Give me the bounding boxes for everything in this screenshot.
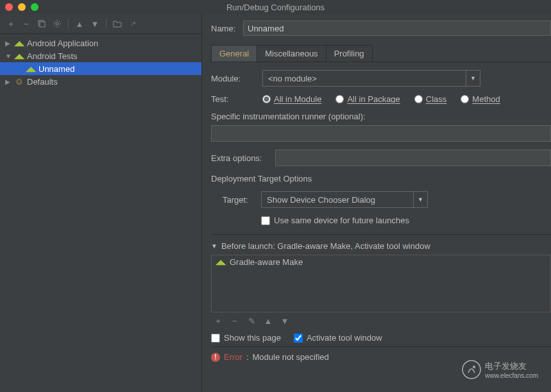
name-input[interactable] <box>243 21 551 36</box>
title-bar: Run/Debug Configurations <box>0 0 551 14</box>
move-down-button[interactable]: ▼ <box>89 18 101 30</box>
target-value: Show Device Chooser Dialog <box>267 195 375 205</box>
edit-task-button[interactable]: ✎ <box>246 315 257 327</box>
config-toolbar: + − ▲ ▼ ↓ª <box>0 14 201 34</box>
expand-icon: ▶ <box>5 40 14 47</box>
remove-task-button[interactable]: − <box>229 315 241 327</box>
before-launch-label: Before launch: Gradle-aware Make, Activa… <box>221 241 430 251</box>
tree-item-android-app[interactable]: ▶ ◢◣ Android Application <box>0 37 201 49</box>
show-page-checkbox[interactable]: Show this page <box>211 333 281 343</box>
sort-button[interactable]: ↓ª <box>127 18 139 30</box>
sidebar: + − ▲ ▼ ↓ª ▶ ◢◣ Android Application ▼ ◢◣… <box>0 14 202 392</box>
extra-label: Extra options: <box>211 153 275 163</box>
tree-item-android-tests[interactable]: ▼ ◢◣ Android Tests <box>0 49 201 62</box>
svg-point-2 <box>56 22 58 25</box>
move-up-button[interactable]: ▲ <box>262 315 274 327</box>
error-label: Error <box>224 352 242 362</box>
tree-label: Unnamed <box>38 64 74 74</box>
android-icon: ◢◣ <box>26 64 36 74</box>
watermark-text: 电子发烧友 <box>485 361 538 372</box>
detail-panel: Name: General Miscellaneous Profiling Mo… <box>202 14 551 392</box>
collapse-icon: ▼ <box>211 243 217 250</box>
tree-item-unnamed[interactable]: ◢◣ Unnamed <box>0 62 201 75</box>
tree-label: Android Tests <box>27 51 78 61</box>
svg-point-3 <box>462 361 480 379</box>
add-config-button[interactable]: + <box>5 18 17 30</box>
chevron-down-icon: ▼ <box>413 192 427 207</box>
before-launch-header[interactable]: ▼ Before launch: Gradle-aware Make, Acti… <box>211 241 551 251</box>
tab-general[interactable]: General <box>211 45 257 62</box>
deploy-title: Deployment Target Options <box>211 174 551 183</box>
list-item-label: Gradle-aware Make <box>230 257 303 267</box>
radio-all-package[interactable]: All in Package <box>335 94 400 104</box>
folder-button[interactable] <box>112 18 123 30</box>
svg-point-4 <box>473 366 475 368</box>
watermark: 电子发烧友 www.elecfans.com <box>462 360 538 379</box>
tab-miscellaneous[interactable]: Miscellaneous <box>257 45 326 62</box>
runner-label: Specific instrumentation runner (optiona… <box>211 112 551 121</box>
tree-item-defaults[interactable]: ▶ ⚙ Defaults <box>0 75 201 88</box>
move-down-button[interactable]: ▼ <box>279 315 291 327</box>
before-launch-list: ◢◣ Gradle-aware Make <box>211 255 551 312</box>
activate-window-checkbox[interactable]: Activate tool window <box>294 333 382 343</box>
module-value: <no module> <box>268 74 317 83</box>
error-icon: ! <box>211 353 220 362</box>
config-tree: ▶ ◢◣ Android Application ▼ ◢◣ Android Te… <box>0 34 201 392</box>
svg-rect-1 <box>40 22 45 27</box>
radio-class[interactable]: Class <box>414 94 447 104</box>
android-icon: ◢◣ <box>14 38 24 48</box>
tree-label: Android Application <box>27 38 98 48</box>
module-combo[interactable]: <no module> ▼ <box>262 70 480 87</box>
android-icon: ◢◣ <box>14 51 24 61</box>
activate-label: Activate tool window <box>307 333 382 343</box>
window-title: Run/Debug Configurations <box>0 3 551 12</box>
tab-profiling[interactable]: Profiling <box>326 45 373 62</box>
settings-button[interactable] <box>51 18 63 30</box>
test-label: Test: <box>211 94 262 104</box>
chevron-down-icon: ▼ <box>466 71 480 86</box>
module-label: Module: <box>211 74 262 83</box>
copy-config-button[interactable] <box>36 18 47 30</box>
same-device-label: Use same device for future launches <box>274 216 409 225</box>
tree-label: Defaults <box>27 77 58 87</box>
move-up-button[interactable]: ▲ <box>74 18 85 30</box>
target-label: Target: <box>223 195 261 205</box>
name-label: Name: <box>211 24 243 33</box>
before-launch-toolbar: + − ✎ ▲ ▼ <box>211 312 551 329</box>
show-page-label: Show this page <box>224 333 281 343</box>
list-item[interactable]: ◢◣ Gradle-aware Make <box>212 255 550 269</box>
runner-input[interactable] <box>211 125 551 142</box>
watermark-url: www.elecfans.com <box>485 372 538 379</box>
same-device-checkbox[interactable]: Use same device for future launches <box>261 216 551 225</box>
remove-config-button[interactable]: − <box>21 18 32 30</box>
radio-method[interactable]: Method <box>461 94 500 104</box>
test-scope-group: All in Module All in Package Class Metho… <box>262 94 500 104</box>
tab-bar: General Miscellaneous Profiling <box>211 45 551 62</box>
gradle-icon: ◢◣ <box>216 258 226 266</box>
error-message: Module not specified <box>253 352 329 362</box>
gear-icon: ⚙ <box>14 76 24 87</box>
radio-all-module[interactable]: All in Module <box>262 94 321 104</box>
add-task-button[interactable]: + <box>212 315 224 327</box>
expand-icon: ▶ <box>5 78 14 85</box>
collapse-icon: ▼ <box>5 53 14 60</box>
extra-options-input[interactable] <box>275 149 551 166</box>
target-combo[interactable]: Show Device Chooser Dialog ▼ <box>261 191 428 208</box>
